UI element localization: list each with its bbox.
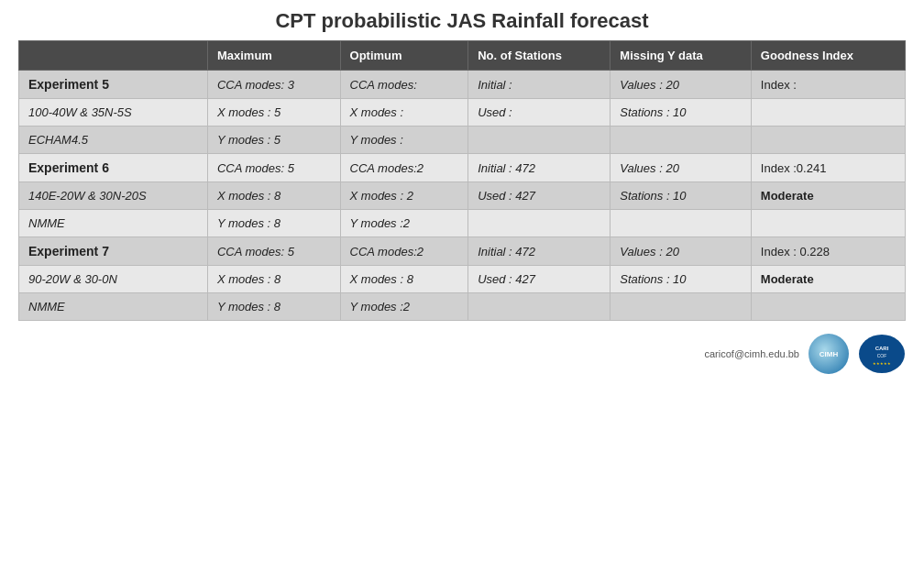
table-cell: Stations : 10 [610,182,752,210]
table-cell: X modes : 8 [340,266,468,293]
svg-text:COF: COF [877,353,887,358]
table-cell: X modes : 2 [340,182,468,210]
col-header-label [19,41,208,71]
table-cell: Initial : [468,71,610,99]
table-row: 90-20W & 30-0NX modes : 8X modes : 8Used… [19,266,906,293]
table-row: Experiment 6CCA modes: 5CCA modes:2Initi… [19,154,906,182]
table-cell [468,210,610,237]
table-cell: Used : 427 [468,266,610,293]
col-header-maximum: Maximum [207,41,340,71]
caricof-svg: CARI COF ★★★★★ [858,334,906,374]
table-cell: Initial : 472 [468,237,610,266]
table-cell: Moderate [751,266,905,293]
table-cell: CCA modes: [340,71,468,99]
table-cell [610,293,752,321]
table-cell: Used : [468,99,610,126]
table-row: Experiment 5CCA modes: 3CCA modes:Initia… [19,71,906,99]
row-label: 90-20W & 30-0N [19,266,208,293]
table-cell: X modes : 5 [207,99,340,126]
table-cell [468,126,610,154]
table-row: Experiment 7CCA modes: 5CCA modes:2Initi… [19,237,906,266]
table-cell: Used : 427 [468,182,610,210]
table-row: 100-40W & 35N-5SX modes : 5X modes :Used… [19,99,906,126]
table-cell [751,293,905,321]
footer: caricof@cimh.edu.bb CIMH CARI COF ★★★★★ [0,330,924,376]
table-header-row: Maximum Optimum No. of Stations Missing … [19,41,906,71]
caricof-logo: CARI COF ★★★★★ [858,334,906,374]
table-cell: CCA modes: 5 [207,237,340,266]
table-cell: Values : 20 [610,71,752,99]
footer-email: caricof@cimh.edu.bb [705,348,800,359]
data-table: Maximum Optimum No. of Stations Missing … [18,40,906,321]
table-cell [751,99,905,126]
table-row: ECHAM4.5Y modes : 5Y modes : [19,126,906,154]
table-cell: Initial : 472 [468,154,610,182]
table-row: 140E-20W & 30N-20SX modes : 8X modes : 2… [19,182,906,210]
table-cell: Y modes : 8 [207,293,340,321]
table-cell: CCA modes: 5 [207,154,340,182]
table-cell: Index : [751,71,905,99]
table-cell: X modes : 8 [207,182,340,210]
table-cell: Index :0.241 [751,154,905,182]
table-cell [610,126,752,154]
main-container: CPT probabilistic JAS Rainfall forecast … [0,0,924,330]
svg-text:CARI: CARI [875,346,889,351]
table-cell: Values : 20 [610,154,752,182]
table-cell: X modes : 8 [207,266,340,293]
page-title: CPT probabilistic JAS Rainfall forecast [18,9,906,33]
col-header-goodness: Goodness Index [751,41,905,71]
cimh-logo: CIMH [808,334,849,374]
table-cell [751,126,905,154]
table-cell: Y modes : 5 [207,126,340,154]
row-label: ECHAM4.5 [19,126,208,154]
table-cell: X modes : [340,99,468,126]
table-cell: Index : 0.228 [751,237,905,266]
row-label: 100-40W & 35N-5S [19,99,208,126]
table-row: NMMEY modes : 8Y modes :2 [19,210,906,237]
table-cell: CCA modes:2 [340,154,468,182]
table-cell: CCA modes:2 [340,237,468,266]
row-label: Experiment 6 [19,154,208,182]
row-label: NMME [19,293,208,321]
row-label: NMME [19,210,208,237]
table-cell: Y modes :2 [340,293,468,321]
svg-text:★★★★★: ★★★★★ [873,361,891,366]
table-cell [468,293,610,321]
table-cell: CCA modes: 3 [207,71,340,99]
row-label: Experiment 5 [19,71,208,99]
table-cell: Stations : 10 [610,99,752,126]
table-cell [751,210,905,237]
table-cell: Y modes :2 [340,210,468,237]
table-cell: Y modes : [340,126,468,154]
row-label: Experiment 7 [19,237,208,266]
table-row: NMMEY modes : 8Y modes :2 [19,293,906,321]
table-cell: Values : 20 [610,237,752,266]
table-cell [610,210,752,237]
row-label: 140E-20W & 30N-20S [19,182,208,210]
table-cell: Stations : 10 [610,266,752,293]
table-cell: Moderate [751,182,905,210]
col-header-stations: No. of Stations [468,41,610,71]
col-header-optimum: Optimum [340,41,468,71]
col-header-missing: Missing Y data [610,41,752,71]
table-cell: Y modes : 8 [207,210,340,237]
